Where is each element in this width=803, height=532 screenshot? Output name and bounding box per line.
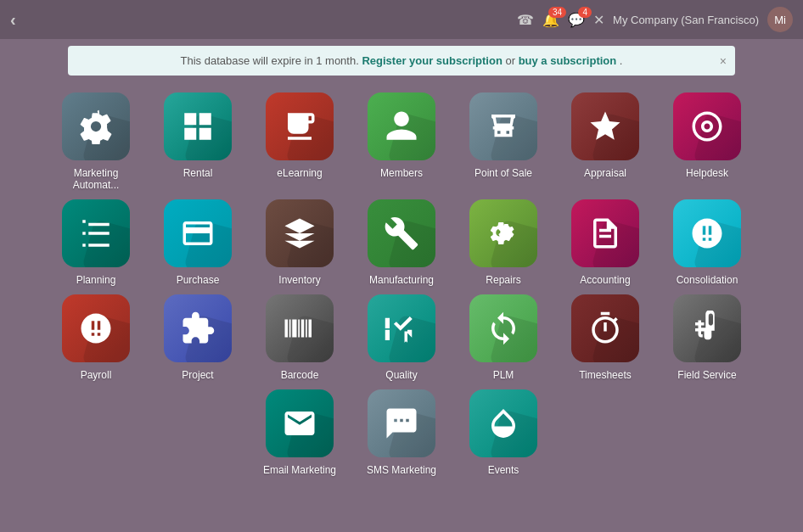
app-label-email-marketing: Email Marketing (263, 464, 336, 476)
app-label-members: Members (380, 167, 423, 179)
app-label-rental: Rental (183, 167, 213, 179)
app-item-members[interactable]: Members (355, 92, 448, 191)
app-label-events: Events (488, 464, 519, 476)
app-icon-inventory (266, 199, 334, 267)
topbar: ‹ ☎ 🔔 34 💬 4 ✕ My Company (San Francisco… (0, 0, 803, 39)
app-item-project[interactable]: Project (151, 294, 244, 381)
app-item-point-of-sale[interactable]: Point of Sale (457, 92, 550, 191)
app-item-sms-marketing[interactable]: SMS Marketing (355, 389, 448, 476)
app-item-consolidation[interactable]: Consolidation (660, 199, 754, 286)
chat-badge-container[interactable]: 💬 4 (568, 12, 585, 28)
app-icon-field-service (673, 294, 741, 362)
app-label-inventory: Inventory (278, 274, 320, 286)
app-label-quality: Quality (385, 369, 417, 381)
messages-count: 34 (548, 7, 566, 18)
app-icon-events (469, 389, 537, 457)
app-icon-timesheets (571, 294, 639, 362)
app-label-field-service: Field Service (677, 369, 736, 381)
app-label-payroll: Payroll (81, 369, 112, 381)
app-label-elearning: eLearning (277, 167, 322, 179)
app-icon-quality (368, 294, 435, 362)
register-link[interactable]: Register your subscription (362, 54, 502, 67)
app-label-marketing-automation: Marketing Automat... (49, 167, 143, 191)
company-name: My Company (San Francisco) (613, 14, 759, 26)
app-icon-manufacturing (368, 199, 435, 267)
app-icon-email-marketing (266, 389, 334, 457)
app-label-sms-marketing: SMS Marketing (367, 464, 436, 476)
app-item-planning[interactable]: Planning (49, 199, 143, 286)
app-label-point-of-sale: Point of Sale (474, 167, 532, 179)
close-icon[interactable]: ✕ (593, 12, 604, 28)
app-label-helpdesk: Helpdesk (686, 167, 728, 179)
chat-count: 4 (578, 7, 592, 18)
avatar-initials: Mi (774, 14, 786, 26)
back-button[interactable]: ‹ (10, 10, 16, 30)
app-item-email-marketing[interactable]: Email Marketing (253, 389, 346, 476)
app-label-purchase: Purchase (177, 274, 220, 286)
apps-grid: Marketing Automat...RentaleLearningMembe… (0, 76, 803, 493)
app-label-project: Project (182, 369, 213, 381)
app-item-quality[interactable]: Quality (355, 294, 448, 381)
app-icon-helpdesk (673, 92, 741, 160)
buy-link[interactable]: buy a subscription (519, 54, 617, 67)
app-icon-plm (469, 294, 537, 362)
app-item-repairs[interactable]: Repairs (457, 199, 550, 286)
notif-suffix: . (620, 54, 623, 67)
app-icon-repairs (469, 199, 537, 267)
app-item-inventory[interactable]: Inventory (253, 199, 346, 286)
app-icon-payroll (62, 294, 130, 362)
app-label-consolidation: Consolidation (677, 274, 738, 286)
app-item-marketing-automation[interactable]: Marketing Automat... (49, 92, 143, 191)
notif-separator: or (505, 54, 518, 67)
app-icon-marketing-automation (62, 92, 130, 160)
notif-text: This database will expire in 1 month. (181, 54, 362, 67)
notification-close[interactable]: × (720, 54, 727, 68)
app-item-helpdesk[interactable]: Helpdesk (660, 92, 754, 191)
app-label-repairs: Repairs (486, 274, 520, 286)
app-icon-rental (164, 92, 232, 160)
app-item-payroll[interactable]: Payroll (49, 294, 143, 381)
app-icon-appraisal (571, 92, 639, 160)
app-icon-barcode (266, 294, 334, 362)
app-icon-purchase (164, 199, 232, 267)
app-icon-consolidation (673, 199, 741, 267)
app-icon-project (164, 294, 232, 362)
app-label-plm: PLM (493, 369, 514, 381)
app-item-field-service[interactable]: Field Service (660, 294, 754, 381)
app-label-planning: Planning (76, 274, 116, 286)
messages-badge-container[interactable]: 🔔 34 (542, 12, 559, 28)
app-label-barcode: Barcode (281, 369, 319, 381)
avatar[interactable]: Mi (767, 7, 793, 32)
app-item-manufacturing[interactable]: Manufacturing (355, 199, 448, 286)
app-icon-accounting (571, 199, 639, 267)
app-item-plm[interactable]: PLM (457, 294, 550, 381)
app-item-elearning[interactable]: eLearning (253, 92, 346, 191)
app-item-purchase[interactable]: Purchase (151, 199, 244, 286)
phone-icon[interactable]: ☎ (517, 12, 534, 28)
app-item-rental[interactable]: Rental (151, 92, 244, 191)
app-label-accounting: Accounting (580, 274, 630, 286)
app-icon-members (368, 92, 435, 160)
app-icon-planning (62, 199, 130, 267)
app-label-appraisal: Appraisal (584, 167, 626, 179)
notification-bar: This database will expire in 1 month. Re… (68, 46, 735, 76)
app-item-appraisal[interactable]: Appraisal (559, 92, 652, 191)
app-item-barcode[interactable]: Barcode (253, 294, 346, 381)
app-icon-point-of-sale (469, 92, 537, 160)
app-item-timesheets[interactable]: Timesheets (559, 294, 652, 381)
app-label-timesheets: Timesheets (579, 369, 632, 381)
app-icon-elearning (266, 92, 334, 160)
app-item-events[interactable]: Events (457, 389, 550, 476)
app-icon-sms-marketing (368, 389, 435, 457)
app-label-manufacturing: Manufacturing (369, 274, 434, 286)
app-item-accounting[interactable]: Accounting (559, 199, 652, 286)
